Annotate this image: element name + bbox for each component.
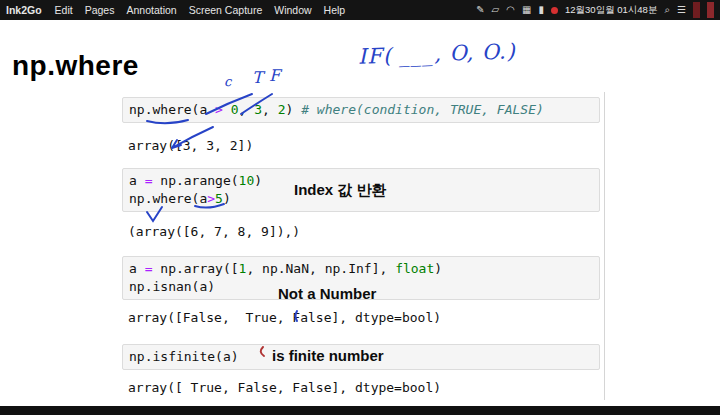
bottom-bar	[0, 406, 720, 415]
content-divider	[604, 92, 605, 400]
code-cell-np-where[interactable]: np.where(a > 0, 3, 2) # where(condition,…	[122, 97, 600, 123]
shapes-icon[interactable]: ▱	[492, 5, 500, 15]
page-title: np.where	[12, 50, 139, 82]
handwritten-condition-label: c	[224, 75, 231, 88]
menu-screen-capture[interactable]: Screen Capture	[189, 4, 263, 16]
menu-annotation[interactable]: Annotation	[126, 4, 176, 16]
menu-bar: Ink2Go Edit Pages Annotation Screen Capt…	[0, 0, 720, 20]
menu-edit[interactable]: Edit	[55, 4, 73, 16]
note-not-a-number: Not a Number	[278, 285, 376, 302]
output-arange-where: (array([6, 7, 8, 9]),)	[128, 224, 300, 239]
handwritten-false-label: F	[269, 68, 280, 84]
handwritten-true-label: T	[252, 70, 263, 86]
note-is-finite-number: is finite number	[272, 347, 384, 364]
output-np-where: array([3, 3, 2])	[128, 138, 253, 153]
grid-icon[interactable]: ▦	[522, 5, 531, 15]
output-isfinite: array([ True, False, False], dtype=bool)	[128, 380, 441, 395]
menu-window[interactable]: Window	[274, 4, 311, 16]
menubar-status-area: ✎ ▱ ◠ ▦ ▮ 12월30일월 01시48분 ⌕ ☰	[476, 2, 714, 18]
code-line: a = np.array([1, np.NaN, np.Inf], float)	[129, 260, 593, 278]
output-isnan: array([False, True, False], dtype=bool)	[128, 310, 441, 325]
app-menu-ink2go[interactable]: Ink2Go	[6, 4, 42, 16]
code-line: np.where(a > 0, 3, 2) # where(condition,…	[129, 101, 593, 119]
menubar-datetime: 12월30일월 01시48분	[565, 4, 657, 17]
red-bar-right	[707, 2, 714, 18]
search-icon[interactable]: ⌕	[664, 5, 670, 15]
arc-icon[interactable]: ◠	[506, 5, 515, 15]
battery-icon: ▮	[538, 5, 544, 15]
red-bar-left	[693, 2, 700, 18]
list-icon[interactable]: ☰	[677, 5, 686, 15]
menu-pages[interactable]: Pages	[85, 4, 115, 16]
pen-icon[interactable]: ✎	[476, 5, 484, 15]
record-indicator-icon[interactable]	[551, 7, 558, 14]
note-index-return: Index 값 반환	[294, 181, 387, 200]
menu-help[interactable]: Help	[324, 4, 346, 16]
handwritten-if-note: IF( ___, O, O.)	[358, 41, 516, 67]
